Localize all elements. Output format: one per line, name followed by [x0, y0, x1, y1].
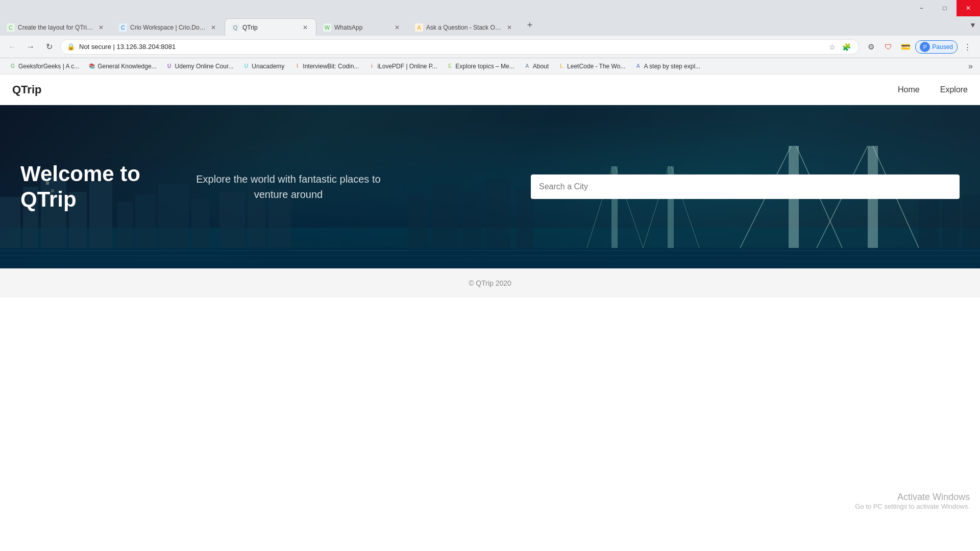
bm-label-2: General Knowledge... [97, 63, 156, 70]
brave-shield-icon[interactable]: 🛡 [880, 39, 896, 55]
bm-label-9: LeetCode - The Wo... [567, 63, 625, 70]
page-content: QTrip Home Explore [0, 74, 980, 297]
address-separator: | [113, 43, 117, 51]
tab-favicon-2: C [119, 23, 127, 32]
bookmark-ilovepdf[interactable]: i iLovePDF | Online P... [364, 62, 441, 71]
bm-label-10: A step by step expl... [644, 63, 700, 70]
bookmark-step-by-step[interactable]: A A step by step expl... [630, 62, 704, 71]
back-button[interactable]: ← [5, 40, 19, 54]
tab-close-2[interactable]: ✕ [209, 23, 218, 32]
bm-favicon-1: G [9, 63, 16, 70]
bookmark-general-knowledge[interactable]: 📚 General Knowledge... [84, 62, 160, 71]
page-footer: © QTrip 2020 [0, 268, 980, 297]
bm-favicon-3: U [166, 63, 173, 70]
forward-button[interactable]: → [23, 40, 38, 54]
tab-stackoverflow[interactable]: A Ask a Question - Stack Overflow ✕ [408, 18, 521, 36]
tab-title-2: Crio Workspace | Crio.Do | Build... [130, 24, 206, 31]
reload-button[interactable]: ↻ [42, 40, 56, 54]
not-secure-label: Not secure [79, 43, 111, 51]
minimize-button[interactable]: − [910, 0, 933, 16]
extension-puzzle-icon[interactable]: 🧩 [840, 41, 852, 53]
tab-close-3[interactable]: ✕ [301, 23, 310, 32]
bm-favicon-8: A [524, 63, 531, 70]
title-bar: − □ ✕ [0, 0, 980, 16]
close-button[interactable]: ✕ [957, 0, 980, 16]
activate-windows-subtitle: Go to PC settings to activate Windows. [855, 503, 970, 510]
tab-close-5[interactable]: ✕ [505, 23, 514, 32]
bm-label-7: Explore topics – Me... [455, 63, 514, 70]
bm-favicon-7: E [446, 63, 453, 70]
nav-link-explore[interactable]: Explore [940, 85, 968, 94]
bookmark-explore-topics[interactable]: E Explore topics – Me... [442, 62, 518, 71]
bookmark-interviewbit[interactable]: I InterviewBit: Codin... [289, 62, 363, 71]
hero-title: Welcome to QTrip [20, 161, 140, 213]
hero-section: Welcome to QTrip Explore the world with … [0, 105, 980, 268]
profile-button[interactable]: P Paused [915, 40, 958, 54]
tab-whatsapp[interactable]: W WhatsApp ✕ [316, 18, 408, 36]
activate-windows-watermark: Activate Windows Go to PC settings to ac… [855, 492, 970, 510]
qtrip-nav-links: Home Explore [898, 85, 968, 94]
tab-title-1: Create the layout for QTrip landi... [18, 24, 93, 31]
toolbar-right: ⚙ 🛡 💳 P Paused ⋮ [863, 39, 975, 55]
bookmark-udemy[interactable]: U Udemy Online Cour... [162, 62, 238, 71]
hero-title-line1: Welcome to [20, 162, 140, 186]
qtrip-brand-logo[interactable]: QTrip [12, 83, 41, 96]
hero-title-line2: QTrip [20, 187, 77, 211]
tab-close-1[interactable]: ✕ [96, 23, 106, 32]
tab-title-4: WhatsApp [334, 24, 389, 31]
footer-text: © QTrip 2020 [469, 279, 511, 287]
bookmark-about[interactable]: A About [520, 62, 553, 71]
tab-qtrip[interactable]: Q QTrip ✕ [225, 18, 316, 36]
city-search-input[interactable] [531, 174, 960, 199]
tab-favicon-5: A [415, 23, 423, 32]
new-tab-button[interactable]: + [523, 18, 537, 32]
wallet-icon[interactable]: 💳 [898, 39, 913, 55]
activate-windows-title: Activate Windows [855, 492, 970, 503]
tab-favicon-1: C [7, 23, 15, 32]
tab-close-4[interactable]: ✕ [393, 23, 402, 32]
bm-label-1: GeeksforGeeks | A c... [18, 63, 79, 70]
tab-create-layout[interactable]: C Create the layout for QTrip landi... ✕ [0, 18, 112, 36]
bookmark-unacademy[interactable]: U Unacademy [238, 62, 288, 71]
bm-favicon-9: L [558, 63, 565, 70]
maximize-button[interactable]: □ [933, 0, 957, 16]
hero-subtitle: Explore the world with fantastic places … [191, 171, 385, 202]
hero-content: Welcome to QTrip Explore the world with … [0, 161, 980, 213]
more-menu-icon[interactable]: ⋮ [960, 39, 975, 55]
tab-favicon-4: W [323, 23, 331, 32]
svg-rect-35 [0, 248, 980, 268]
window-controls: − □ ✕ [910, 0, 980, 16]
nav-link-home[interactable]: Home [898, 85, 920, 94]
bm-favicon-2: 📚 [88, 63, 95, 70]
lock-icon: 🔒 [67, 43, 75, 51]
bookmark-leetcode[interactable]: L LeetCode - The Wo... [554, 62, 629, 71]
qtrip-navbar: QTrip Home Explore [0, 74, 980, 105]
tab-dropdown-button[interactable]: ▼ [966, 18, 980, 32]
bm-favicon-4: U [242, 63, 250, 70]
bm-label-8: About [533, 63, 549, 70]
bookmarks-more-button[interactable]: » [966, 61, 975, 72]
address-url: 13.126.38.204:8081 [117, 43, 176, 51]
tab-crio-workspace[interactable]: C Crio Workspace | Crio.Do | Build... ✕ [112, 18, 225, 36]
browser-chrome: − □ ✕ C Create the layout for QTrip land… [0, 0, 980, 74]
profile-label: Paused [932, 43, 953, 51]
tab-bar: C Create the layout for QTrip landi... ✕… [0, 16, 980, 36]
address-bar: ← → ↻ 🔒 Not secure | 13.126.38.204:8081 … [0, 36, 980, 58]
bm-favicon-5: I [293, 63, 301, 70]
address-input-container[interactable]: 🔒 Not secure | 13.126.38.204:8081 ☆ 🧩 [60, 39, 859, 55]
bm-favicon-10: A [634, 63, 642, 70]
tab-title-3: QTrip [242, 24, 298, 31]
bookmark-geeksforgeeks[interactable]: G GeeksforGeeks | A c... [5, 62, 83, 71]
tab-favicon-3: Q [231, 23, 239, 32]
profile-avatar: P [920, 42, 930, 52]
bm-label-6: iLovePDF | Online P... [377, 63, 437, 70]
hero-search-container [531, 174, 960, 199]
bookmarks-bar: G GeeksforGeeks | A c... 📚 General Knowl… [0, 58, 980, 74]
bm-label-4: Unacademy [252, 63, 284, 70]
address-icons: ☆ 🧩 [826, 41, 852, 53]
bm-favicon-6: i [368, 63, 375, 70]
bookmark-star-icon[interactable]: ☆ [826, 41, 838, 53]
extensions-icon[interactable]: ⚙ [863, 39, 878, 55]
bm-label-3: Udemy Online Cour... [175, 63, 234, 70]
address-text: Not secure | 13.126.38.204:8081 [79, 43, 822, 51]
